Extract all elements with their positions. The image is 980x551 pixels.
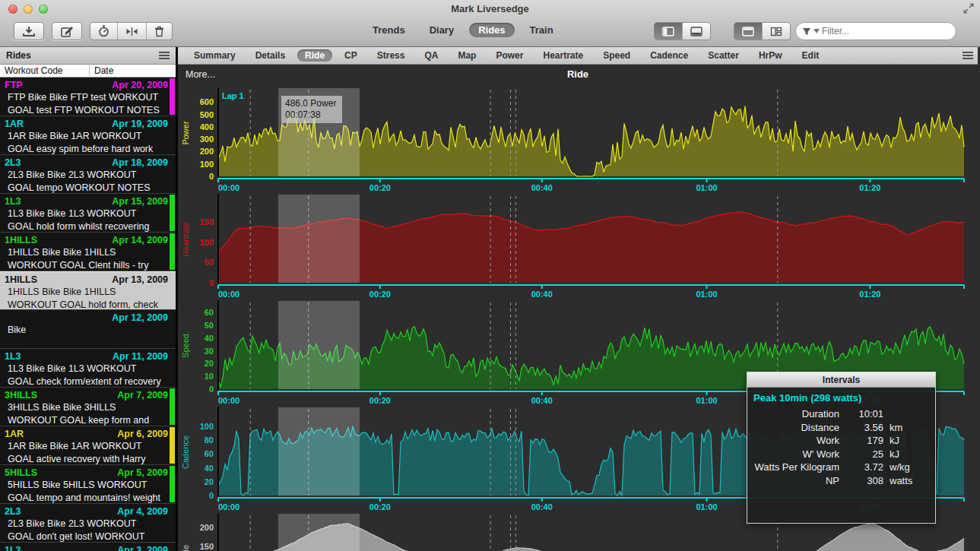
ride-description: 3HILLS Bike Bike 3HILLS <box>5 401 168 414</box>
interval-name[interactable]: Peak 10min (298 watts) <box>753 392 929 404</box>
chart-tab-hrpw[interactable]: HrPw <box>751 49 790 62</box>
sidebar-menu-icon[interactable] <box>159 52 170 59</box>
fullscreen-icon[interactable] <box>963 3 974 17</box>
sidebar-header: Rides <box>0 47 176 65</box>
sidebar-title: Rides <box>6 50 31 61</box>
ride-date: Apr 6, 2009 <box>117 428 168 440</box>
bottom-panel-toggle-button[interactable] <box>683 23 710 40</box>
interval-selection-region[interactable] <box>278 407 360 496</box>
stat-unit: w/kg <box>890 461 929 474</box>
ride-list-item[interactable]: 1HILLSApr 14, 20091HILLS Bike Bike 1HILL… <box>0 233 176 271</box>
chart-tab-stress[interactable]: Stress <box>369 49 413 62</box>
list-column-header[interactable]: Workout Code Date <box>0 65 176 78</box>
import-ride-button[interactable] <box>14 22 44 40</box>
interval-stat-row: Distance3.56km <box>753 421 929 435</box>
tiled-view-button[interactable] <box>763 23 790 40</box>
workout-code: 1AR <box>5 118 24 130</box>
ride-list-item[interactable]: 1L3Apr 11, 20091L3 Bike Bike 1L3 WORKOUT… <box>0 349 176 388</box>
workout-code: 2L3 <box>5 505 21 518</box>
chart-tab-ride[interactable]: Ride <box>297 49 332 62</box>
workout-code: 1AR <box>5 428 24 440</box>
chart-tab-cp[interactable]: CP <box>337 49 365 62</box>
ride-list-item[interactable]: 2L3Apr 4, 20092L3 Bike Bike 2L3 WORKOUTG… <box>0 504 176 543</box>
ride-description: GOAL tempo and mountains! weight <box>5 492 168 505</box>
chart-tab-power[interactable]: Power <box>488 49 531 62</box>
ride-description: 1L3 Bike Bike 1L3 WORKOUT <box>5 363 168 375</box>
column-date[interactable]: Date <box>90 65 113 76</box>
ride-description: FTP Bike Bike FTP test WORKOUT <box>5 91 168 104</box>
workout-code: 1HILLS <box>5 274 37 286</box>
stat-label: NP <box>753 474 839 488</box>
layout-toggle-group <box>734 22 791 40</box>
tab-trends[interactable]: Trends <box>363 23 414 37</box>
stat-unit: kJ <box>890 448 929 461</box>
y-tick-label: 10 <box>205 372 214 381</box>
ride-date: Apr 19, 2009 <box>112 118 168 130</box>
y-axis-label: Altitude <box>181 545 190 551</box>
chart-tooltip: 486.0 Power00:07:38 <box>281 96 342 123</box>
tab-diary[interactable]: Diary <box>420 23 464 37</box>
chart-tab-summary[interactable]: Summary <box>186 49 243 62</box>
delete-ride-button[interactable] <box>147 23 172 40</box>
ride-date: Apr 3, 2009 <box>117 544 168 551</box>
tab-train[interactable]: Train <box>521 23 563 37</box>
ride-color-bar <box>170 466 175 502</box>
chart-heartrate[interactable]: 050100150Heartrate00:0000:2000:4001:0001… <box>178 192 978 298</box>
title-bar[interactable]: Mark Liversedge <box>0 0 980 18</box>
chart-title: Ride <box>178 68 978 80</box>
toggle-intervals-button[interactable] <box>90 23 118 40</box>
chart-tab-scatter[interactable]: Scatter <box>700 49 747 62</box>
x-tick-label: 01:20 <box>859 183 880 192</box>
y-tick-label: 50 <box>205 258 214 267</box>
interval-selection-region[interactable] <box>278 301 360 389</box>
compose-icon <box>61 26 74 37</box>
stat-value: 3.56 <box>845 421 883 435</box>
intervals-popup-header[interactable]: Intervals <box>747 372 935 388</box>
ride-list-item[interactable]: 1HILLSApr 13, 20091HILLS Bike Bike 1HILL… <box>0 271 176 310</box>
x-tick-label: 00:00 <box>218 290 239 298</box>
sidebar-toggle-button[interactable] <box>655 23 683 40</box>
y-tick-label: 60 <box>205 308 214 317</box>
ride-list-item[interactable]: FTPApr 20, 2009FTP Bike Bike FTP test WO… <box>0 78 176 116</box>
chart-tab-map[interactable]: Map <box>450 49 484 62</box>
filter-input[interactable] <box>822 26 950 36</box>
ride-date: Apr 7, 2009 <box>117 389 168 401</box>
y-axis-label: Cadence <box>181 435 190 469</box>
chart-tab-qa[interactable]: QA <box>417 49 446 62</box>
filter-field[interactable] <box>795 22 956 40</box>
manual-entry-button[interactable] <box>52 22 82 40</box>
column-workout-code[interactable]: Workout Code <box>0 65 90 76</box>
chart-power[interactable]: 0100200300400500600Power00:0000:2000:400… <box>178 85 978 192</box>
y-tick-label: 60 <box>205 449 214 458</box>
download-icon <box>22 26 36 37</box>
interval-selection-region[interactable] <box>278 195 360 283</box>
chart-tab-heartrate[interactable]: Heartrate <box>535 49 591 62</box>
ride-list-item[interactable]: 3HILLSApr 7, 20093HILLS Bike Bike 3HILLS… <box>0 388 176 426</box>
ride-list-item[interactable]: 5HILLSApr 5, 20095HILLS Bike 5HILLS WORK… <box>0 465 176 504</box>
split-ride-button[interactable] <box>118 23 147 40</box>
x-tick-label: 00:40 <box>531 396 553 404</box>
chart-tab-cadence[interactable]: Cadence <box>642 49 696 62</box>
x-tick-label: 01:20 <box>859 290 880 298</box>
filter-dropdown-icon[interactable] <box>813 29 820 33</box>
stat-unit <box>890 407 929 421</box>
chart-tab-edit[interactable]: Edit <box>794 49 827 62</box>
chart-tab-speed[interactable]: Speed <box>595 49 638 62</box>
interval-selection-region[interactable] <box>278 514 360 551</box>
stopwatch-icon <box>98 25 109 37</box>
single-view-button[interactable] <box>734 23 763 40</box>
ride-list-item[interactable]: 1ARApr 6, 20091AR Bike Bike 1AR WORKOUTG… <box>0 426 176 465</box>
stat-label: Work <box>753 434 839 448</box>
tab-rides[interactable]: Rides <box>469 23 514 37</box>
ride-tools-group <box>90 22 173 40</box>
ride-list-item[interactable]: 1L3Apr 3, 2009 <box>0 543 176 551</box>
ride-list-item[interactable]: 1ARApr 19, 20091AR Bike Bike 1AR WORKOUT… <box>0 116 176 155</box>
y-tick-label: 500 <box>200 110 214 119</box>
stat-value: 3.72 <box>845 461 883 474</box>
ride-list-item[interactable]: 2L3Apr 18, 20092L3 Bike Bike 2L3 WORKOUT… <box>0 155 176 194</box>
split-arrows-icon <box>125 27 138 36</box>
chart-menu-icon[interactable] <box>963 52 973 59</box>
ride-list-item[interactable]: 1L3Apr 15, 20091L3 Bike Bike 1L3 WORKOUT… <box>0 194 176 233</box>
chart-tab-details[interactable]: Details <box>248 49 293 62</box>
ride-list-item[interactable]: Apr 12, 2009Bike <box>0 310 176 349</box>
